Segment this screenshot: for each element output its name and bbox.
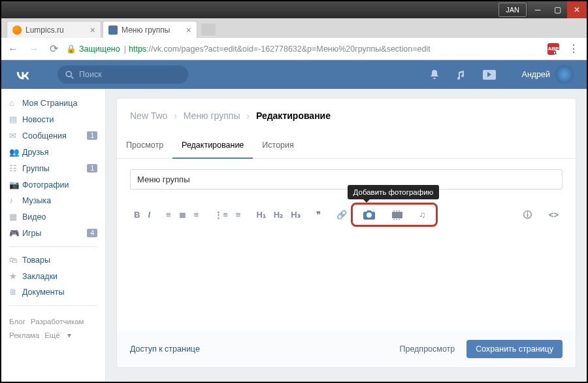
tab-history[interactable]: История: [253, 133, 302, 158]
sidebar-item-documents[interactable]: 🗎Документы: [1, 284, 105, 300]
tab-close-icon[interactable]: ×: [90, 25, 95, 35]
sidebar-item-news[interactable]: ▤Новости: [1, 111, 105, 127]
align-left-button[interactable]: ≡: [162, 207, 175, 222]
news-icon: ▤: [9, 114, 22, 124]
separator: [9, 246, 97, 247]
add-photo-button[interactable]: [359, 208, 379, 222]
bold-button[interactable]: B: [130, 207, 144, 222]
media-buttons-group: Добавить фотографию ♫: [351, 203, 438, 227]
user-menu[interactable]: Андрей: [522, 65, 574, 84]
list-bullet-button[interactable]: ⋮≡: [210, 207, 232, 222]
editor-footer: Доступ к странице Предпросмотр Сохранить…: [116, 331, 576, 368]
footer-link-ads[interactable]: Реклама: [9, 331, 39, 339]
sidebar-item-market[interactable]: 🛍Товары: [1, 252, 105, 268]
list-number-button[interactable]: ≡: [232, 207, 245, 222]
url-path: /pages?act=edit&oid=-162778632&p=Меню%20…: [179, 44, 431, 54]
friends-icon: 👥: [9, 147, 22, 157]
align-right-button[interactable]: ≡: [190, 207, 203, 222]
sidebar-item-games[interactable]: 🎮Игры4: [1, 225, 105, 241]
extension-abp-icon[interactable]: ABP: [547, 43, 559, 55]
video-player-icon[interactable]: [483, 70, 496, 80]
sidebar: ⌂Моя Страница ▤Новости ✉Сообщения1 👥Друз…: [1, 89, 106, 382]
messages-icon: ✉: [9, 131, 22, 141]
save-button[interactable]: Сохранить страницу: [466, 340, 563, 358]
editor-content-area[interactable]: [130, 231, 563, 322]
h1-button[interactable]: H₁: [252, 207, 269, 222]
browser-tab[interactable]: Меню группы ×: [103, 21, 197, 38]
docs-icon: 🗎: [9, 288, 22, 297]
breadcrumb-lvl2[interactable]: Меню группы: [184, 110, 240, 121]
browser-tab[interactable]: Lumpics.ru ×: [7, 21, 101, 38]
help-button[interactable]: ⓘ: [519, 207, 536, 224]
browser-toolbar: ← → ⟳ 🔒 Защищено | https://vk.com/pages?…: [1, 38, 587, 60]
sidebar-item-my-page[interactable]: ⌂Моя Страница: [1, 95, 105, 111]
music-player-icon[interactable]: [457, 69, 466, 80]
url-protocol: https: [129, 44, 146, 54]
svg-line-1: [71, 76, 74, 78]
reload-button[interactable]: ⟳: [47, 42, 61, 55]
secure-label: Защищено: [79, 44, 120, 54]
sidebar-item-video[interactable]: ▦Видео: [1, 208, 105, 225]
camera-icon: 📷: [9, 180, 22, 190]
window-minimize-button[interactable]: ─: [528, 1, 547, 18]
vk-header: Поиск Андрей: [1, 60, 587, 89]
music-icon: ♪: [9, 196, 22, 205]
sidebar-item-bookmarks[interactable]: ★Закладки: [1, 268, 105, 284]
forward-button[interactable]: →: [26, 43, 42, 55]
main-content: New Two › Меню группы › Редактирование П…: [106, 89, 587, 382]
back-button[interactable]: ←: [5, 43, 21, 55]
add-audio-button[interactable]: ♫: [416, 207, 430, 222]
sidebar-item-friends[interactable]: 👥Друзья: [1, 144, 105, 160]
tab-view[interactable]: Просмотр: [117, 133, 172, 158]
h2-button[interactable]: H₂: [270, 207, 287, 222]
window-maximize-button[interactable]: ▢: [547, 1, 567, 18]
new-tab-button[interactable]: [201, 24, 216, 35]
footer-link-more[interactable]: Ещё ▾: [44, 331, 71, 339]
window-user-badge: JAN: [498, 3, 527, 17]
sidebar-footer: БлогРазработчикам РекламаЕщё ▾: [1, 311, 105, 346]
link-button[interactable]: 🔗: [333, 207, 351, 222]
footer-link-blog[interactable]: Блог: [9, 318, 25, 325]
market-icon: 🛍: [9, 256, 22, 265]
star-icon: ★: [9, 271, 22, 281]
tab-title: Меню группы: [122, 25, 170, 35]
preview-button[interactable]: Предпросмотр: [399, 344, 455, 354]
badge: 4: [87, 229, 97, 237]
address-bar[interactable]: 🔒 Защищено | https://vk.com/pages?act=ed…: [66, 44, 542, 54]
h3-button[interactable]: H₃: [287, 207, 304, 222]
tab-edit[interactable]: Редактирование: [172, 133, 253, 159]
sidebar-item-groups[interactable]: ☷Группы1: [1, 160, 105, 176]
page-access-link[interactable]: Доступ к странице: [130, 344, 200, 354]
sidebar-item-music[interactable]: ♪Музыка: [1, 193, 105, 208]
tab-close-icon[interactable]: ×: [186, 25, 191, 35]
italic-button[interactable]: I: [144, 207, 154, 222]
quote-button[interactable]: ❞: [312, 207, 325, 222]
chevron-right-icon: ›: [246, 110, 250, 121]
source-button[interactable]: <>: [545, 207, 563, 224]
svg-point-0: [66, 71, 71, 76]
separator: [9, 305, 97, 306]
page-title-input[interactable]: [130, 169, 563, 190]
sidebar-item-messages[interactable]: ✉Сообщения1: [1, 127, 105, 144]
sidebar-item-photos[interactable]: 📷Фотографии: [1, 176, 105, 193]
notifications-icon[interactable]: [429, 69, 440, 80]
lock-icon: 🔒: [66, 44, 76, 54]
window-close-button[interactable]: ✕: [567, 1, 587, 18]
editor-toolbar: B I ≡ ≣ ≡ ⋮≡ ≡ H₁ H₂ H₃ ❞ 🔗 Добавить фот…: [130, 199, 563, 231]
groups-icon: ☷: [9, 163, 22, 173]
vk-logo[interactable]: [14, 70, 31, 80]
footer-link-dev[interactable]: Разработчикам: [31, 318, 84, 325]
url-host: ://vk.com: [146, 44, 179, 54]
search-placeholder: Поиск: [79, 70, 102, 79]
avatar: [555, 65, 574, 84]
align-center-button[interactable]: ≣: [175, 207, 190, 222]
games-icon: 🎮: [9, 228, 22, 238]
add-video-button[interactable]: [388, 208, 406, 222]
badge: 1: [87, 164, 97, 173]
badge: 1: [87, 131, 97, 140]
search-input[interactable]: Поиск: [57, 65, 188, 84]
browser-menu-button[interactable]: ⋮: [564, 42, 583, 55]
search-icon: [65, 71, 74, 79]
breadcrumb-lvl1[interactable]: New Two: [130, 110, 167, 121]
video-icon: ▦: [9, 212, 22, 222]
